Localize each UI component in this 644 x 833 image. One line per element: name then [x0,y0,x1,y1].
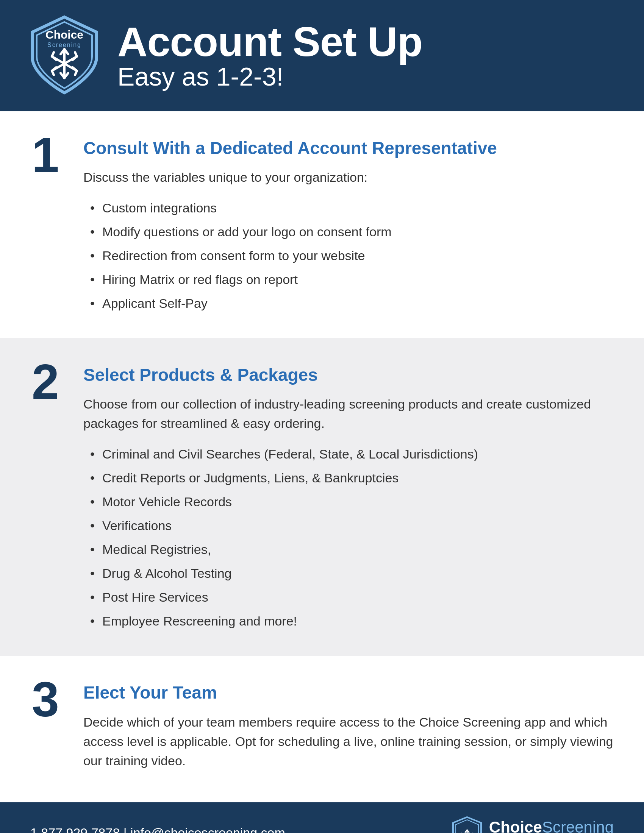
section-1-list: Custom integrations Modify questions or … [83,196,614,315]
footer-contact: 1.877.929.7878 | info@choicescreening.co… [30,825,285,833]
section-1-body: Consult With a Dedicated Account Represe… [83,134,614,315]
list-item: Employee Rescreening and more! [83,609,614,633]
footer-logo-choice: ChoiceScreening [489,819,614,833]
list-item: Custom integrations [83,196,614,220]
header-title: Account Set Up [118,21,422,63]
svg-line-8 [52,52,54,56]
section-2-list: Criminal and Civil Searches (Federal, St… [83,442,614,633]
footer-email: info@choicescreening.com [130,825,285,833]
section-1: 1 Consult With a Dedicated Account Repre… [0,111,644,338]
list-item: Medical Registries, [83,538,614,561]
section-1-intro: Discuss the variables unique to your org… [83,168,614,187]
section-1-number: 1 [23,130,68,180]
header-logo: Choice Screening [30,15,98,96]
list-item: Criminal and Civil Searches (Federal, St… [83,442,614,466]
section-2-heading: Select Products & Packages [83,365,614,386]
list-item: Applicant Self-Pay [83,291,614,315]
list-item: Motor Vehicle Records [83,490,614,514]
svg-line-12 [52,71,54,75]
footer-logo: ChoiceScreening SCREENING [452,816,614,833]
list-item: Verifications [83,514,614,538]
list-item: Hiring Matrix or red flags on report [83,268,614,291]
list-item: Modify questions or add your logo on con… [83,220,614,244]
section-3-body: Elect Your Team Decide which of your tea… [83,679,614,779]
section-3: 3 Elect Your Team Decide which of your t… [0,656,644,802]
page-header: Choice Screening Account Set Up Easy as … [0,0,644,111]
list-item: Credit Reports or Judgments, Liens, & Ba… [83,466,614,490]
list-item: Redirection from consent form to your we… [83,244,614,268]
section-3-heading: Elect Your Team [83,682,614,703]
svg-text:Screening: Screening [47,42,81,48]
list-item: Drug & Alcohol Testing [83,561,614,585]
header-text-block: Account Set Up Easy as 1-2-3! [118,21,422,91]
footer-phone: 1.877.929.7878 [30,825,120,833]
section-2-body: Select Products & Packages Choose from o… [83,361,614,633]
section-3-intro: Decide which of your team members requir… [83,712,614,770]
footer-logo-text: ChoiceScreening SCREENING [489,819,614,833]
section-2: 2 Select Products & Packages Choose from… [0,338,644,656]
page-footer: 1.877.929.7878 | info@choicescreening.co… [0,802,644,833]
section-1-heading: Consult With a Dedicated Account Represe… [83,138,614,159]
section-2-number: 2 [23,357,68,406]
header-subtitle: Easy as 1-2-3! [118,63,422,91]
svg-text:Choice: Choice [45,28,83,41]
list-item: Post Hire Services [83,585,614,609]
section-2-intro: Choose from our collection of industry-l… [83,394,614,433]
svg-line-14 [75,52,77,56]
footer-separator: | [124,825,130,833]
section-3-number: 3 [23,675,68,724]
svg-line-10 [75,71,77,75]
